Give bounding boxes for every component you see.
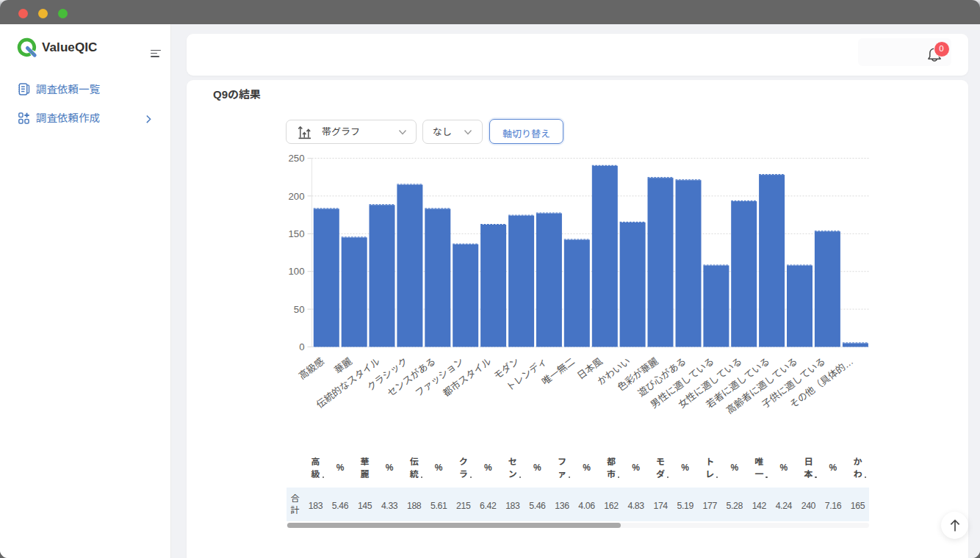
svg-text:100: 100 [288, 266, 304, 277]
svg-text:200: 200 [288, 191, 304, 202]
svg-text:華麗: 華麗 [332, 355, 354, 376]
svg-text:50: 50 [294, 304, 305, 315]
svg-text:0: 0 [299, 341, 304, 352]
svg-text:都市スタイル: 都市スタイル [441, 355, 493, 399]
svg-text:高級感: 高級感 [297, 355, 326, 381]
svg-text:250: 250 [288, 153, 304, 164]
svg-text:150: 150 [288, 228, 304, 239]
